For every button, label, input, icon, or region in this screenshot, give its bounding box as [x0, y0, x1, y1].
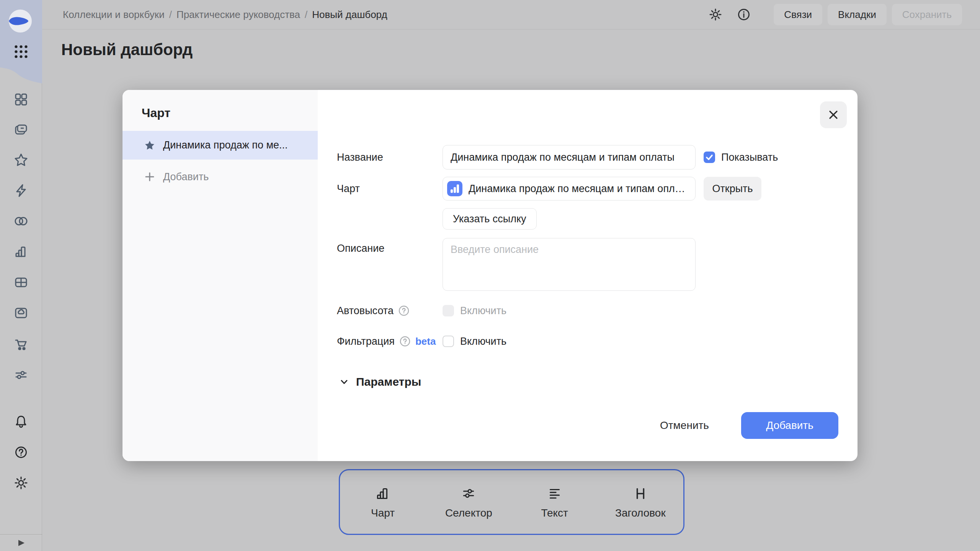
chart-bars-icon [374, 485, 392, 502]
filtering-checkbox[interactable] [443, 336, 454, 347]
info-icon[interactable] [736, 7, 751, 22]
cart-icon[interactable] [13, 336, 29, 353]
filters-sliders-icon[interactable] [13, 367, 29, 383]
help-icon[interactable] [13, 444, 29, 461]
dialog-form: Название Показывать Чарт [318, 90, 858, 461]
name-field-label: Название [337, 145, 383, 170]
filtering-help-icon[interactable] [399, 336, 411, 347]
star-icon [144, 140, 155, 151]
plus-icon [144, 171, 155, 183]
autoheight-field-label: Автовысота [337, 299, 410, 322]
autoheight-help-icon[interactable] [398, 305, 410, 316]
autoheight-checkbox[interactable] [443, 305, 454, 316]
toolbar-item-selector[interactable]: Селектор [426, 485, 511, 519]
toolbar-item-label: Текст [541, 507, 568, 519]
breadcrumb-guides[interactable]: Практические руководства [176, 9, 300, 21]
toolbar-item-label: Заголовок [615, 507, 666, 519]
toolbar-item-chart[interactable]: Чарт [340, 485, 426, 519]
breadcrumb-separator: / [305, 9, 307, 21]
cancel-button[interactable]: Отменить [650, 412, 719, 439]
show-checkbox-row: Показывать [704, 145, 778, 170]
filtering-checkbox-label[interactable]: Включить [460, 336, 506, 347]
autoheight-checkbox-label: Включить [460, 305, 506, 317]
sidebar [0, 0, 42, 551]
name-input[interactable] [443, 145, 696, 170]
close-button[interactable] [820, 101, 847, 128]
chart-select[interactable]: Динамика продаж по месяцам и типам опла.… [443, 177, 696, 201]
venn-circles-icon[interactable] [13, 213, 29, 230]
apps-grid-icon[interactable] [13, 44, 29, 59]
add-chart-dialog: Чарт Динамика продаж по ме... Добавить [122, 90, 858, 461]
top-header: Коллекции и воркбуки / Практические руко… [42, 0, 980, 29]
description-textarea[interactable] [443, 238, 696, 291]
dashboard-settings-gear-icon[interactable] [708, 7, 723, 22]
tabs-button[interactable]: Вкладки [828, 4, 887, 25]
breadcrumb-collections[interactable]: Коллекции и воркбуки [63, 9, 165, 21]
chart-list-item-label: Динамика продаж по ме... [163, 139, 287, 151]
collections-icon[interactable] [13, 122, 29, 139]
beta-badge: beta [415, 336, 436, 347]
edit-panel-toolbar: Чарт Селектор Текст [339, 469, 684, 535]
params-section-label: Параметры [356, 375, 421, 388]
params-section-toggle[interactable]: Параметры [338, 370, 421, 393]
chart-list-item-selected[interactable]: Динамика продаж по ме... [122, 131, 318, 160]
toolbar-item-label: Селектор [445, 507, 492, 519]
filtering-field-label: Фильтрация beta [337, 330, 436, 353]
favorites-star-icon[interactable] [13, 152, 29, 168]
breadcrumb: Коллекции и воркбуки / Практические руко… [63, 9, 387, 21]
folder-cloud-icon[interactable] [13, 305, 29, 321]
add-tab-button[interactable]: Добавить [122, 163, 318, 190]
show-checkbox-label[interactable]: Показывать [721, 152, 778, 163]
chart-select-value: Динамика продаж по месяцам и типам опла.… [469, 183, 688, 195]
show-checkbox[interactable] [704, 152, 715, 163]
heading-h-icon [632, 485, 649, 502]
dialog-title: Чарт [142, 106, 318, 120]
expand-play-icon[interactable] [15, 537, 27, 549]
toolbar-item-header[interactable]: Заголовок [598, 485, 683, 519]
selector-sliders-icon [460, 485, 477, 502]
text-lines-icon [546, 485, 564, 502]
chart-type-icon [447, 181, 462, 196]
header-actions: Связи Вкладки Сохранить [708, 4, 962, 25]
notifications-bell-icon[interactable] [13, 413, 29, 430]
autoheight-checkbox-row: Включить [443, 299, 506, 322]
datalens-logo[interactable] [8, 9, 33, 33]
breadcrumb-current: Новый дашборд [312, 9, 387, 21]
specify-link-button[interactable]: Указать ссылку [443, 208, 537, 230]
dialog-left-panel: Чарт Динамика продаж по ме... Добавить [122, 90, 318, 461]
settings-gear-icon[interactable] [13, 474, 29, 491]
links-button[interactable]: Связи [774, 4, 822, 25]
sidebar-divider [0, 534, 42, 535]
checkmark-icon [704, 152, 715, 163]
open-chart-button[interactable]: Открыть [704, 177, 761, 201]
filtering-checkbox-row: Включить [443, 330, 506, 353]
toolbar-item-text[interactable]: Текст [512, 485, 598, 519]
close-icon [828, 109, 839, 121]
page-title: Новый дашборд [61, 41, 193, 59]
chevron-down-icon [338, 376, 350, 388]
add-tab-label: Добавить [163, 171, 209, 183]
widgets-icon[interactable] [13, 91, 29, 108]
bar-chart-icon[interactable] [13, 243, 29, 260]
lightning-icon[interactable] [13, 182, 29, 199]
save-button[interactable]: Сохранить [892, 4, 962, 25]
add-widget-button[interactable]: Добавить [741, 412, 838, 439]
description-field-label: Описание [337, 238, 384, 259]
breadcrumb-separator: / [169, 9, 172, 21]
chart-field-label: Чарт [337, 177, 360, 201]
table-icon[interactable] [13, 274, 29, 291]
toolbar-item-label: Чарт [371, 507, 395, 519]
